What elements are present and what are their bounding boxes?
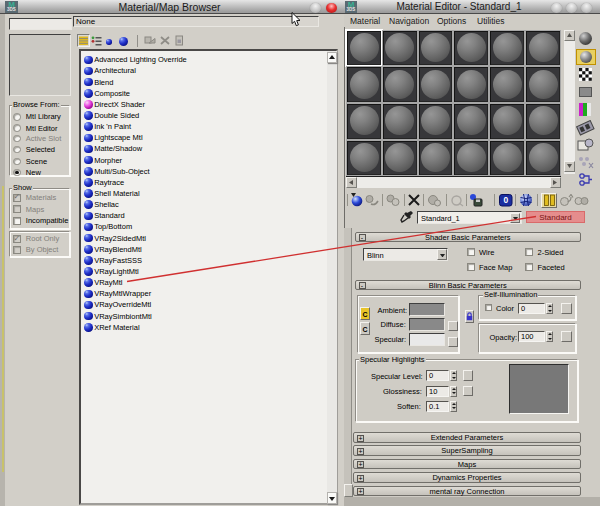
svg-text:0: 0 xyxy=(503,195,508,205)
